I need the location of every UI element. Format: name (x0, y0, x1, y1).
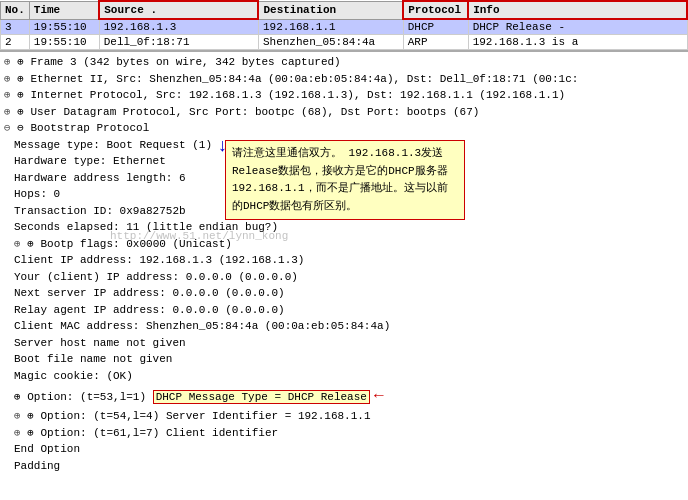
detail-line[interactable]: ⊕ Internet Protocol, Src: 192.168.1.3 (1… (0, 87, 688, 104)
table-cell: ARP (403, 35, 468, 50)
table-row[interactable]: 319:55:10192.168.1.3192.168.1.1DHCPDHCP … (1, 19, 688, 35)
detail-line: Your (client) IP address: 0.0.0.0 (0.0.0… (0, 269, 688, 286)
detail-line[interactable]: ⊕ Option: (t=54,l=4) Server Identifier =… (0, 408, 688, 425)
annotation-text: 请注意这里通信双方。 192.168.1.3发送Release数据包，接收方是它… (232, 147, 448, 212)
col-header-protocol[interactable]: Protocol (403, 1, 468, 19)
annotation-box: 请注意这里通信双方。 192.168.1.3发送Release数据包，接收方是它… (225, 140, 465, 220)
detail-pane: ⊕ Frame 3 (342 bytes on wire, 342 bytes … (0, 50, 688, 476)
dhcp-arrow-icon: ← (374, 387, 384, 405)
detail-line: Magic cookie: (OK) (0, 368, 688, 385)
annotation-arrow-icon: ↓ (217, 136, 228, 156)
table-cell: 2 (1, 35, 30, 50)
dhcp-option-line: ⊕ Option: (t=53,l=1) DHCP Message Type =… (0, 384, 688, 408)
table-cell: DHCP (403, 19, 468, 35)
detail-line: Server host name not given (0, 335, 688, 352)
dhcp-message-type-highlighted: DHCP Message Type = DHCP Release (153, 390, 370, 404)
detail-line: Relay agent IP address: 0.0.0.0 (0.0.0.0… (0, 302, 688, 319)
col-header-source[interactable]: Source . (99, 1, 258, 19)
table-cell: 3 (1, 19, 30, 35)
detail-line: Client MAC address: Shenzhen_05:84:4a (0… (0, 318, 688, 335)
detail-line: Client IP address: 192.168.1.3 (192.168.… (0, 252, 688, 269)
detail-line[interactable]: ⊖ Bootstrap Protocol (0, 120, 688, 137)
col-header-time[interactable]: Time (29, 1, 99, 19)
table-cell: Shenzhen_05:84:4a (258, 35, 403, 50)
table-cell: 192.168.1.3 (99, 19, 258, 35)
detail-line: Next server IP address: 0.0.0.0 (0.0.0.0… (0, 285, 688, 302)
main-container: No. Time Source . Destination Protocol I… (0, 0, 688, 500)
packet-list: No. Time Source . Destination Protocol I… (0, 0, 688, 50)
col-header-destination[interactable]: Destination (258, 1, 403, 19)
detail-line[interactable]: ⊕ Option: (t=61,l=7) Client identifier (0, 425, 688, 442)
detail-line: Seconds elapsed: 11 (little endian bug?) (0, 219, 688, 236)
table-row[interactable]: 219:55:10Dell_0f:18:71Shenzhen_05:84:4aA… (1, 35, 688, 50)
table-cell: Dell_0f:18:71 (99, 35, 258, 50)
packet-table: No. Time Source . Destination Protocol I… (0, 0, 688, 50)
table-cell: 192.168.1.1 (258, 19, 403, 35)
dhcp-option-prefix: ⊕ Option: (t=53,l=1) (14, 391, 153, 403)
detail-line: End Option (0, 441, 688, 458)
detail-line[interactable]: ⊕ Ethernet II, Src: Shenzhen_05:84:4a (0… (0, 71, 688, 88)
detail-line: Padding (0, 458, 688, 475)
table-cell: DHCP Release - (468, 19, 687, 35)
col-header-no[interactable]: No. (1, 1, 30, 19)
table-cell: 19:55:10 (29, 35, 99, 50)
detail-line[interactable]: ⊕ Frame 3 (342 bytes on wire, 342 bytes … (0, 54, 688, 71)
table-cell: 192.168.1.3 is a (468, 35, 687, 50)
detail-line[interactable]: ⊕ User Datagram Protocol, Src Port: boot… (0, 104, 688, 121)
table-cell: 19:55:10 (29, 19, 99, 35)
detail-line[interactable]: ⊕ Bootp flags: 0x0000 (Unicast) (0, 236, 688, 253)
detail-line: Boot file name not given (0, 351, 688, 368)
col-header-info[interactable]: Info (468, 1, 687, 19)
